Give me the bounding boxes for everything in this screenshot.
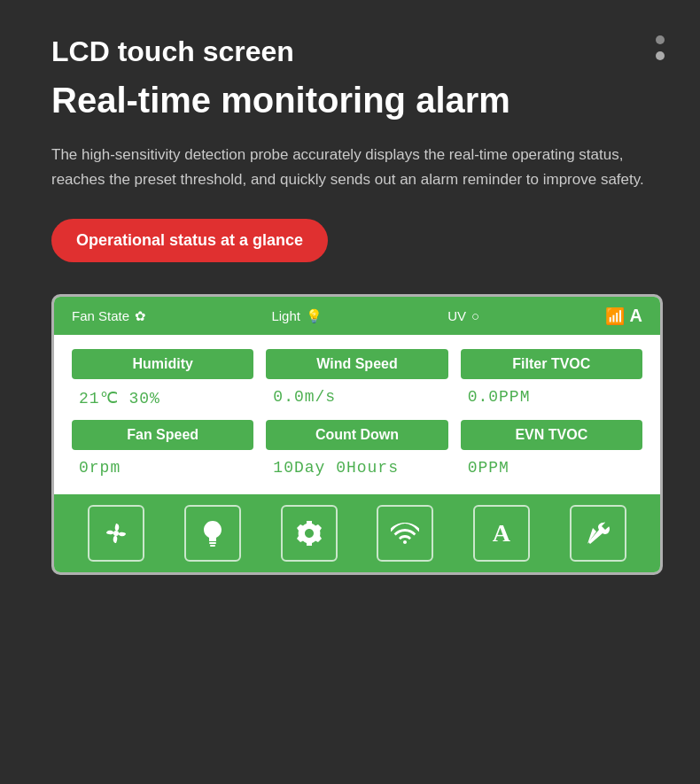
svg-point-0 (113, 531, 119, 536)
evn-tvoc-cell: EVN TVOC 0PPM (461, 420, 642, 480)
fan-state-label: Fan State (72, 308, 129, 323)
svg-rect-2 (210, 545, 215, 547)
wind-speed-cell: Wind Speed 0.0m/s (266, 349, 447, 411)
footer-letter-a-button[interactable]: A (473, 505, 530, 562)
count-down-label: Count Down (266, 420, 447, 450)
filter-tvoc-value: 0.0PPM (461, 384, 538, 409)
fan-speed-cell: Fan Speed 0rpm (72, 420, 253, 480)
footer-gear-button[interactable] (281, 505, 338, 562)
lcd-header: Fan State ✿ Light 💡 UV ○ 📶 A (54, 297, 660, 335)
filter-tvoc-label: Filter TVOC (461, 349, 642, 379)
lcd-content: Humidity 21℃ 30% Wind Speed 0.0m/s Filte… (54, 335, 660, 494)
bulb-icon: 💡 (306, 308, 323, 324)
dot-2[interactable] (656, 51, 665, 60)
footer-wifi-button[interactable] (377, 505, 433, 562)
uv-circle-icon: ○ (471, 308, 479, 323)
description: The high-sensitivity detection probe acc… (51, 143, 649, 192)
dot-1[interactable] (656, 35, 665, 44)
nav-dots (656, 35, 665, 60)
footer-tools-icon (584, 519, 612, 547)
header-light: Light 💡 (271, 308, 323, 324)
count-down-cell: Count Down 10Day 0Hours (266, 420, 447, 480)
svg-rect-1 (209, 542, 216, 544)
header-uv: UV ○ (447, 308, 479, 323)
lcd-screen: Fan State ✿ Light 💡 UV ○ 📶 A Humidity 21… (51, 294, 663, 575)
uv-label: UV (447, 308, 466, 323)
footer-letter-a-icon: A (493, 519, 510, 547)
count-down-value: 10Day 0Hours (266, 455, 406, 480)
header-fan-state: Fan State ✿ (72, 308, 146, 324)
footer-gear-icon (295, 519, 323, 547)
footer-wifi-icon (391, 521, 419, 546)
humidity-value: 21℃ 30% (72, 384, 167, 411)
title-large: Real-time monitoring alarm (51, 79, 649, 121)
footer-bulb-icon (200, 519, 225, 547)
wind-speed-label: Wind Speed (266, 349, 447, 379)
fan-speed-value: 0rpm (72, 455, 128, 480)
wind-speed-value: 0.0m/s (266, 384, 343, 409)
evn-tvoc-label: EVN TVOC (461, 420, 642, 450)
footer-tools-button[interactable] (570, 505, 626, 562)
footer-bulb-button[interactable] (184, 505, 241, 562)
page-container: LCD touch screen Real-time monitoring al… (0, 0, 700, 610)
footer-fan-icon (102, 519, 130, 547)
lcd-footer: A (54, 494, 660, 572)
light-label: Light (271, 308, 300, 323)
fan-icon: ✿ (135, 308, 146, 324)
header-wifi-a: 📶 A (605, 306, 642, 326)
humidity-cell: Humidity 21℃ 30% (72, 349, 253, 411)
filter-tvoc-cell: Filter TVOC 0.0PPM (461, 349, 642, 411)
fan-speed-label: Fan Speed (72, 420, 253, 450)
wifi-icon: 📶 (605, 307, 625, 326)
title-small: LCD touch screen (51, 35, 649, 68)
letter-a-indicator: A (630, 306, 642, 326)
evn-tvoc-value: 0PPM (461, 455, 517, 480)
humidity-label: Humidity (72, 349, 253, 379)
cta-button[interactable]: Operational status at a glance (51, 219, 328, 262)
footer-fan-button[interactable] (88, 505, 144, 562)
